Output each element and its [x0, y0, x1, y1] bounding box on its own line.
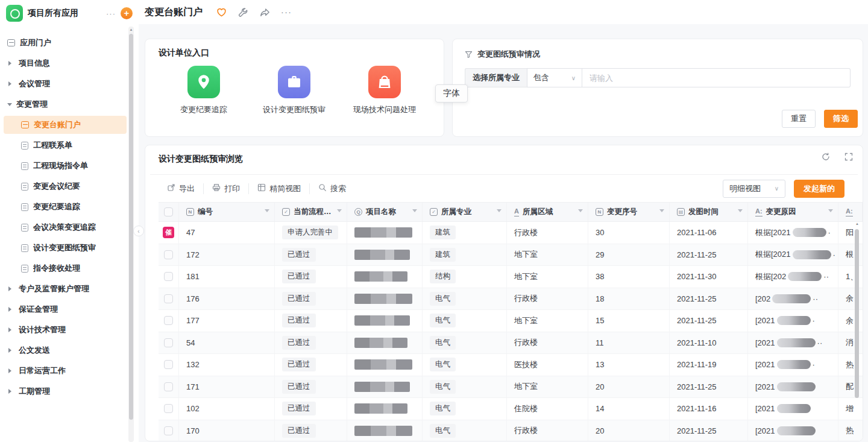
sidebar-item-9[interactable]: 会议决策变更追踪 [4, 218, 127, 236]
export-icon [167, 183, 175, 194]
table-row[interactable]: 177已通过电气地下室152021-11-25[2021·余 [159, 310, 863, 332]
table-row[interactable]: 176已通过电气行政楼182021-11-25[202··余 [159, 288, 863, 311]
sidebar-item-label: 变更管理 [16, 99, 48, 110]
chevron-right-icon [8, 389, 14, 394]
collapse-sidebar-button[interactable]: ‹ [133, 226, 144, 236]
status-tag: 已通过 [282, 424, 316, 438]
table-row[interactable]: 171已通过电气地下室202021-11-25[2021配 [159, 376, 863, 399]
sidebar-item-10[interactable]: 设计变更图纸预审 [4, 239, 127, 257]
sidebar-item-5[interactable]: 工程联系单 [4, 136, 127, 154]
column-caret-icon[interactable] [659, 209, 664, 215]
table-row[interactable]: 170已通过电气行政楼202021-11-25[2021热 [159, 420, 863, 442]
sidebar-item-1[interactable]: 项目信息 [4, 54, 127, 72]
sidebar-item-3[interactable]: 变更管理 [4, 95, 127, 113]
table-row[interactable]: 181已通过结构地下室382021-11-30根据[202··1、 [159, 266, 863, 288]
row-checkbox[interactable] [164, 338, 173, 347]
sidebar-item-13[interactable]: 保证金管理 [4, 300, 127, 318]
column-header-8[interactable]: A:变更原因 [748, 203, 838, 221]
table-row[interactable]: 催47申请人完善中建筑行政楼302021-11-06根据[2021·阳 [159, 222, 863, 244]
entrance-entry-0[interactable]: 变更纪要追踪 [159, 66, 249, 115]
table-row[interactable]: 172已通过建筑地下室292021-11-25根据[2021·根 [159, 244, 863, 267]
column-header-3[interactable]: Q项目名称 [347, 203, 423, 221]
column-caret-icon[interactable] [738, 209, 743, 215]
row-checkbox[interactable] [164, 360, 173, 369]
toolbar-print-button[interactable]: 打印 [204, 183, 249, 194]
cell-reason: [2021·· [748, 332, 838, 354]
more-actions-icon[interactable]: ··· [281, 7, 292, 17]
sidebar-item-17[interactable]: 工期管理 [4, 382, 127, 400]
row-checkbox[interactable] [164, 382, 173, 391]
wrench-icon[interactable] [237, 7, 248, 17]
select-column-icon: ✓ [282, 208, 290, 216]
sidebar-item-6[interactable]: 工程现场指令单 [4, 157, 127, 175]
redacted-project-name [354, 271, 407, 282]
select-all-checkbox[interactable] [164, 207, 173, 216]
create-new-button[interactable]: 发起新的 [794, 180, 844, 198]
table-row[interactable]: 54已通过电气行政楼112021-11-10[2021··消 [159, 332, 863, 355]
sidebar-item-2[interactable]: 会议管理 [4, 75, 127, 93]
column-caret-icon[interactable] [497, 209, 502, 215]
sidebar-item-8[interactable]: 变更纪要追踪 [4, 198, 127, 216]
toolbar-export-button[interactable]: 导出 [159, 183, 204, 194]
specialty-tag: 结构 [430, 270, 456, 283]
column-header-1[interactable]: N编号 [179, 203, 275, 221]
column-caret-icon[interactable] [578, 209, 583, 215]
table-scrollbar[interactable]: ▲ [855, 222, 860, 438]
column-caret-icon[interactable] [265, 209, 269, 215]
row-checkbox[interactable] [164, 316, 173, 325]
redacted-reason [777, 316, 811, 325]
reset-button[interactable]: 重置 [782, 110, 816, 128]
column-header-6[interactable]: N变更序号 [588, 203, 670, 221]
cell-id: 47 [179, 222, 275, 244]
row-checkbox[interactable] [164, 426, 173, 435]
row-checkbox[interactable] [164, 294, 173, 303]
row-checkbox[interactable] [164, 250, 173, 259]
sidebar-item-4[interactable]: 变更台账门户 [4, 116, 127, 134]
refresh-icon[interactable] [820, 151, 831, 162]
cell-area: 行政楼 [507, 222, 588, 244]
table-scrollbar-thumb[interactable] [855, 229, 859, 398]
column-caret-icon[interactable] [828, 209, 833, 215]
sidebar-scrollbar-thumb[interactable] [129, 34, 133, 420]
table-row[interactable]: 132已通过电气医技楼132021-11-19[2021·热 [159, 354, 863, 376]
sidebar-item-12[interactable]: 专户及监管账户管理 [4, 280, 127, 298]
redacted-project-name [354, 294, 412, 304]
column-caret-icon[interactable] [412, 209, 417, 215]
entrance-list: 变更纪要追踪设计变更图纸预审现场技术问题处理 [159, 66, 444, 115]
toolbar-search-button[interactable]: 搜索 [310, 183, 354, 194]
column-caret-icon[interactable] [337, 209, 342, 215]
row-checkbox[interactable] [164, 404, 173, 413]
row-checkbox[interactable] [164, 272, 173, 281]
filter-input[interactable] [582, 68, 851, 87]
sidebar-item-16[interactable]: 日常运营工作 [4, 362, 127, 380]
cell-area: 行政楼 [507, 288, 588, 310]
apply-filter-button[interactable]: 筛选 [824, 110, 858, 128]
favorite-heart-icon[interactable] [216, 7, 227, 17]
sidebar-item-15[interactable]: 公文发送 [4, 341, 127, 359]
sidebar-scrollbar[interactable]: ▲ [128, 27, 134, 442]
sidebar-item-14[interactable]: 设计技术管理 [4, 321, 127, 339]
operator-select[interactable]: 包含 ∨ [527, 68, 582, 87]
share-icon[interactable] [259, 7, 270, 17]
toolbar-grid-button[interactable]: 精简视图 [249, 183, 310, 194]
add-app-button[interactable]: + [121, 7, 133, 19]
sidebar-item-7[interactable]: 变更会议纪要 [4, 177, 127, 195]
sidebar-item-0[interactable]: 应用门户 [4, 34, 127, 52]
column-header-2[interactable]: ✓当前流程… [275, 203, 347, 221]
column-header-9[interactable]: A: [838, 203, 863, 221]
table-row[interactable]: 102已通过电气住院楼142021-11-16[2021增 [159, 398, 863, 420]
cell-id: 177 [179, 310, 275, 332]
column-header-7[interactable]: ▤发图时间 [670, 203, 748, 221]
view-select[interactable]: 明细视图 ∨ [723, 180, 785, 198]
sidebar-item-11[interactable]: 指令接收处理 [4, 259, 127, 277]
sidebar-item-label: 公文发送 [19, 345, 50, 356]
scroll-up-icon[interactable]: ▲ [855, 222, 860, 226]
column-header-4[interactable]: ✓所属专业 [423, 203, 507, 221]
scroll-up-icon[interactable]: ▲ [128, 28, 134, 31]
sidebar-more-icon[interactable]: ··· [106, 9, 116, 18]
fullscreen-icon[interactable] [843, 151, 854, 162]
column-header-5[interactable]: A所属区域 [507, 203, 588, 221]
entrance-entry-1[interactable]: 设计变更图纸预审 [249, 66, 339, 115]
chevron-right-icon [8, 327, 14, 332]
entrance-entry-2[interactable]: 现场技术问题处理 [339, 66, 430, 115]
